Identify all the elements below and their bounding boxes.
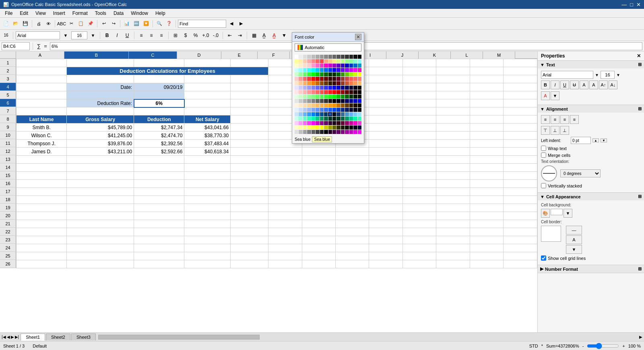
cell-m5[interactable]	[504, 91, 537, 99]
color-cell[interactable]	[299, 90, 302, 94]
cell-a8[interactable]: Last Name	[17, 115, 67, 124]
color-cell[interactable]	[312, 126, 315, 130]
color-cell[interactable]	[353, 117, 357, 121]
find-next-button[interactable]: ▶	[237, 19, 246, 28]
cell-k10[interactable]	[436, 132, 470, 140]
cell-c12[interactable]: $2,592.66	[134, 148, 184, 156]
cell-e9[interactable]	[231, 124, 268, 132]
color-cell[interactable]	[295, 99, 298, 103]
cell-c3[interactable]	[134, 75, 184, 83]
color-cell[interactable]	[345, 81, 349, 85]
increase-dec-button[interactable]: +.0	[201, 31, 210, 40]
bold-button[interactable]: B	[103, 31, 111, 40]
color-cell[interactable]	[358, 117, 361, 121]
color-cell[interactable]	[345, 112, 349, 116]
color-cell[interactable]	[332, 103, 336, 107]
color-cell[interactable]	[316, 112, 319, 116]
color-cell[interactable]	[328, 95, 332, 99]
color-cell[interactable]	[316, 59, 319, 63]
color-cell[interactable]	[332, 77, 336, 81]
cell-j8[interactable]	[402, 115, 436, 124]
props-text-header[interactable]: ▼ Text ⊞	[538, 61, 644, 68]
color-cell[interactable]	[328, 126, 332, 130]
equals-icon[interactable]: =	[43, 43, 48, 49]
color-cell[interactable]	[312, 59, 315, 63]
color-cell[interactable]	[324, 117, 328, 121]
col-header-b[interactable]: B	[64, 51, 129, 59]
color-cell[interactable]	[353, 81, 357, 85]
props-font-name-input[interactable]: Arial	[541, 71, 593, 79]
row-num-6[interactable]: 6	[0, 99, 16, 107]
color-cell[interactable]	[349, 99, 353, 103]
cell-k5[interactable]	[436, 91, 470, 99]
copy-button[interactable]: 📋	[76, 19, 85, 28]
automatic-color-option[interactable]: Automatic	[295, 43, 361, 51]
color-cell[interactable]	[336, 55, 340, 59]
row-num-24[interactable]: 24	[0, 244, 16, 252]
color-cell[interactable]	[349, 59, 353, 63]
menu-file[interactable]: File	[2, 10, 16, 17]
color-cell[interactable]	[316, 90, 319, 94]
filter-button[interactable]: 🔽	[142, 19, 151, 28]
cell-i9[interactable]	[369, 124, 402, 132]
cell-c7[interactable]	[134, 107, 184, 115]
h-scroll-thumb[interactable]	[98, 335, 260, 340]
cell-a26[interactable]	[17, 260, 67, 268]
color-cell[interactable]	[312, 81, 315, 85]
font-name-input[interactable]: Arial	[16, 31, 60, 39]
color-cell[interactable]	[299, 77, 302, 81]
cell-a25[interactable]	[17, 252, 67, 260]
vertically-stacked-checkbox[interactable]	[541, 183, 546, 188]
color-cell[interactable]	[307, 99, 311, 103]
color-cell[interactable]	[324, 77, 328, 81]
color-cell[interactable]	[349, 121, 353, 125]
orientation-dial[interactable]	[541, 165, 557, 181]
zoom-out-btn[interactable]: -	[582, 344, 584, 348]
color-cell[interactable]	[336, 121, 340, 125]
align-right-button[interactable]: ≡	[157, 31, 166, 40]
row-num-23[interactable]: 23	[0, 236, 16, 244]
color-cell[interactable]	[320, 81, 324, 85]
cell-b1[interactable]	[67, 59, 134, 67]
cell-j3[interactable]	[402, 75, 436, 83]
chart-button[interactable]: 📊	[122, 19, 131, 28]
color-cell[interactable]	[349, 90, 353, 94]
color-cell[interactable]	[345, 95, 349, 99]
properties-close-icon[interactable]: ✕	[637, 53, 641, 59]
color-cell[interactable]	[299, 99, 302, 103]
row-num-17[interactable]: 17	[0, 187, 16, 196]
tab-next-btn[interactable]: ▶	[11, 335, 14, 339]
cell-ref-input[interactable]: B4:C6	[2, 42, 30, 50]
sheet-tab-1[interactable]: Sheet1	[21, 334, 45, 341]
cell-i12[interactable]	[369, 148, 402, 156]
color-cell[interactable]	[332, 64, 336, 68]
color-cell[interactable]	[316, 99, 319, 103]
color-cell[interactable]	[332, 95, 336, 99]
color-cell[interactable]	[345, 77, 349, 81]
color-cell[interactable]	[324, 86, 328, 90]
menu-view[interactable]: View	[32, 10, 49, 17]
cell-m12[interactable]	[504, 148, 537, 156]
color-cell[interactable]	[358, 130, 361, 134]
color-cell[interactable]	[328, 68, 332, 72]
col-header-e[interactable]: E	[221, 51, 258, 59]
color-cell[interactable]	[341, 55, 345, 59]
preview-button[interactable]: 👁	[44, 19, 53, 28]
color-cell[interactable]	[312, 95, 315, 99]
color-cell[interactable]	[341, 90, 345, 94]
cell-e10[interactable]	[231, 132, 268, 140]
color-cell[interactable]	[303, 117, 307, 121]
color-cell[interactable]	[320, 130, 324, 134]
color-cell[interactable]	[324, 108, 328, 112]
color-cell[interactable]	[307, 59, 311, 63]
color-cell[interactable]	[328, 72, 332, 76]
color-cell[interactable]	[320, 77, 324, 81]
italic-button[interactable]: I	[113, 31, 122, 40]
menu-edit[interactable]: Edit	[17, 10, 31, 17]
props-cell-appearance-header[interactable]: ▼ Cell Appearance ⊞	[538, 193, 644, 200]
color-cell[interactable]	[295, 59, 298, 63]
cell-k9[interactable]	[436, 124, 470, 132]
color-cell[interactable]	[307, 55, 311, 59]
cell-a11[interactable]: Thompson J.	[17, 140, 67, 148]
row-num-15[interactable]: 15	[0, 171, 16, 179]
